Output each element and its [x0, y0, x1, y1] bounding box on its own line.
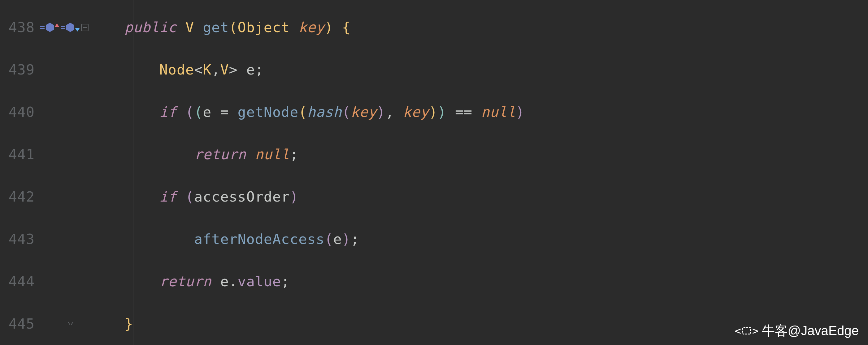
indent [90, 146, 194, 163]
fold-end-icon[interactable] [67, 321, 74, 327]
indent [90, 316, 124, 332]
gutter-row: 440 [0, 91, 90, 133]
comma: , [211, 62, 220, 78]
angle-close: > [229, 62, 238, 78]
overrides-super-icon[interactable] [40, 23, 59, 32]
paren-open: ( [299, 104, 307, 120]
line-number[interactable]: 445 [0, 316, 40, 332]
line-number[interactable]: 439 [0, 62, 40, 78]
type-v: V [220, 62, 229, 78]
paren-open: ( [194, 104, 203, 120]
type-k: K [203, 62, 211, 78]
dot: . [229, 273, 238, 290]
field-value: value [238, 273, 281, 290]
gutter-icons [40, 321, 90, 327]
gutter-row: 443 [0, 218, 90, 260]
arg-key: key [351, 104, 377, 120]
brace-close: } [124, 316, 133, 332]
paren-close: ) [290, 188, 299, 205]
watermark-text: 牛客@JavaEdge [762, 322, 859, 339]
arg-key: key [403, 104, 429, 120]
indent [90, 273, 159, 290]
assign-op: = [220, 104, 229, 120]
code-line[interactable]: return e.value; [90, 260, 868, 303]
overridden-by-icon[interactable] [61, 23, 80, 32]
gutter-row: 445 [0, 303, 90, 345]
watermark: < > 牛客@JavaEdge [735, 322, 859, 339]
var-e: e [246, 62, 255, 78]
eq-op: == [455, 104, 472, 120]
gutter-icons [40, 23, 90, 32]
keyword-if: if [159, 188, 177, 205]
call-getnode: getNode [238, 104, 299, 120]
semicolon: ; [281, 273, 290, 290]
line-number[interactable]: 443 [0, 231, 40, 247]
line-number[interactable]: 441 [0, 146, 40, 163]
code-line[interactable]: if ((e = getNode(hash(key), key)) == nul… [90, 91, 868, 133]
method-name: get [203, 19, 229, 36]
var-e: e [203, 104, 211, 120]
code-line[interactable]: Node<K,V> e; [90, 48, 868, 91]
var-accessorder: accessOrder [194, 188, 290, 205]
angle-open: < [194, 62, 203, 78]
brace-open: { [342, 19, 351, 36]
var-e: e [220, 273, 229, 290]
param-type: Object [238, 19, 290, 36]
return-type: V [185, 19, 194, 36]
code-line[interactable]: if (accessOrder) [90, 176, 868, 218]
watermark-icon: < > [735, 324, 759, 337]
param-name: key [299, 19, 324, 36]
arg-e: e [333, 231, 342, 247]
semicolon: ; [290, 146, 299, 163]
null-literal: null [481, 104, 516, 120]
indent [90, 62, 159, 78]
call-hash: hash [307, 104, 342, 120]
paren-open: ( [342, 104, 351, 120]
paren-open: ( [185, 188, 194, 205]
paren-close: ) [438, 104, 446, 120]
paren-close: ) [325, 19, 333, 36]
null-literal: null [255, 146, 290, 163]
line-number[interactable]: 438 [0, 19, 40, 36]
fold-collapse-icon[interactable] [81, 24, 89, 31]
gutter: 438 439 440 4 [0, 0, 90, 345]
keyword-return: return [194, 146, 246, 163]
code-line[interactable]: public V get(Object key) { [90, 6, 868, 48]
code-line[interactable]: return null; [90, 133, 868, 176]
type-node: Node [159, 62, 194, 78]
code-area[interactable]: public V get(Object key) { Node<K,V> e; … [90, 0, 868, 345]
indent-guide [133, 0, 133, 345]
line-number[interactable]: 444 [0, 273, 40, 290]
keyword-public: public [124, 19, 177, 36]
paren-open: ( [185, 104, 194, 120]
semicolon: ; [255, 62, 264, 78]
paren-close: ) [429, 104, 438, 120]
indent [90, 104, 159, 120]
gutter-row: 441 [0, 133, 90, 176]
gutter-row: 439 [0, 48, 90, 91]
indent [90, 231, 194, 247]
line-number[interactable]: 442 [0, 188, 40, 205]
indent [90, 188, 159, 205]
keyword-if: if [159, 104, 177, 120]
semicolon: ; [351, 231, 360, 247]
gutter-row: 442 [0, 176, 90, 218]
paren-open: ( [325, 231, 333, 247]
paren-close: ) [342, 231, 351, 247]
paren-close: ) [377, 104, 385, 120]
paren-close: ) [516, 104, 525, 120]
code-editor: 438 439 440 4 [0, 0, 868, 345]
paren-open: ( [229, 19, 238, 36]
code-line[interactable]: afterNodeAccess(e); [90, 218, 868, 260]
gutter-row: 444 [0, 260, 90, 303]
call-afternodeaccess: afterNodeAccess [194, 231, 324, 247]
line-number[interactable]: 440 [0, 104, 40, 120]
comma: , [385, 104, 394, 120]
indent [90, 19, 124, 36]
gutter-row: 438 [0, 6, 90, 48]
keyword-return: return [159, 273, 212, 290]
